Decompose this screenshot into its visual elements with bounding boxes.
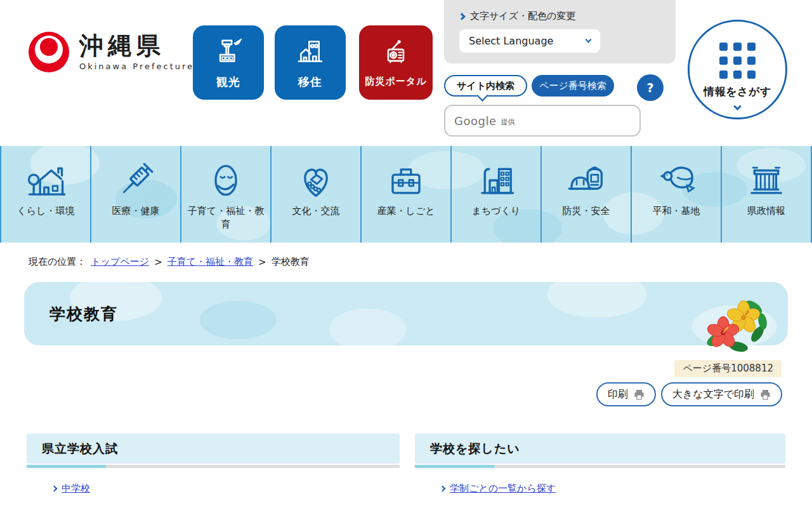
breadcrumb-link-top[interactable]: トップページ [91, 256, 149, 268]
nav-item-prefectural-info[interactable]: 県政情報 [721, 146, 812, 243]
section-header: 学校を探したい [415, 434, 785, 464]
radio-icon [381, 37, 411, 70]
site-search-tab[interactable]: サイト内検索 [444, 75, 527, 97]
question-mark-icon: ? [646, 81, 653, 95]
nav-item-medical-health[interactable]: 医療・健康 [90, 146, 180, 243]
section-link-list: 学制ごとの一覧から探す 種別から探す [415, 483, 785, 508]
page-number-badge: ページ番号1008812 [674, 360, 782, 377]
page: 沖縄県 Okinawa Prefecture 観光 [0, 0, 812, 508]
nav-item-culture-exchange[interactable]: 文化・交流 [270, 146, 360, 243]
printer-icon [760, 389, 771, 400]
disaster-portal-button[interactable]: 防災ポータル [359, 25, 433, 100]
page-title-banner: 学校教育 [24, 282, 788, 345]
nav-item-childcare-welfare-education[interactable]: 子育て・福祉・教育 [180, 146, 270, 243]
site-subtitle: Okinawa Prefecture [79, 62, 194, 71]
section-header: 県立学校入試 [27, 434, 400, 464]
help-button[interactable]: ? [637, 74, 664, 101]
list-item: 学制ごとの一覧から探す [440, 483, 785, 495]
chevron-right-icon [440, 486, 446, 492]
link-by-school-system[interactable]: 学制ごとの一覧から探す [450, 483, 556, 495]
government-building-icon [747, 160, 786, 201]
breadcrumb-link-childcare[interactable]: 子育て・福祉・教育 [167, 256, 253, 268]
text-size-color-link[interactable]: 文字サイズ・配色の変更 [459, 10, 676, 22]
migration-button-label: 移住 [298, 74, 322, 90]
chevron-down-icon [586, 37, 592, 43]
chevron-right-icon [51, 486, 58, 492]
hibiscus-flowers-icon [702, 297, 768, 356]
grid-menu-icon [719, 43, 756, 79]
find-info-button[interactable]: 情報をさがす [688, 20, 787, 119]
page-number-search-tab[interactable]: ページ番号検索 [532, 75, 614, 97]
okinawa-symbol-icon [29, 32, 69, 72]
chevron-right-icon [458, 13, 465, 20]
baby-icon [206, 160, 246, 201]
print-button[interactable]: 印刷 [596, 382, 656, 406]
find-info-label: 情報をさがす [704, 84, 771, 99]
section-link-list: 中学校 高等学校 [27, 483, 400, 508]
print-large-button[interactable]: 大きな文字で印刷 [661, 382, 782, 406]
handshake-heart-icon [296, 160, 336, 201]
page-title: 学校教育 [49, 304, 118, 324]
section-title: 学校を探したい [430, 441, 520, 457]
site-header: 沖縄県 Okinawa Prefecture 観光 [0, 0, 812, 146]
tourism-button-label: 観光 [216, 74, 240, 90]
house-building-icon [295, 36, 325, 69]
buildings-icon [476, 160, 516, 201]
breadcrumb-prefix: 現在の位置： [29, 256, 86, 268]
breadcrumb-current: 学校教育 [272, 256, 310, 268]
google-logo: Google [454, 114, 496, 128]
house-tree-icon [26, 160, 65, 201]
briefcase-icon [386, 160, 426, 201]
site-search-input[interactable]: Google 提供 [444, 105, 641, 137]
site-title: 沖縄県 [79, 33, 194, 60]
nav-item-industry-work[interactable]: 産業・しごと [360, 146, 450, 243]
dove-icon [657, 160, 696, 201]
section-find-school: 学校を探したい 学制ごとの一覧から探す 種別から探す [415, 434, 785, 508]
printer-icon [634, 389, 645, 400]
link-junior-high[interactable]: 中学校 [62, 483, 90, 495]
chevron-down-icon [733, 102, 742, 110]
section-divider [415, 465, 785, 468]
breadcrumb: 現在の位置： トップページ > 子育て・福祉・教育 > 学校教育 [0, 243, 812, 268]
section-entrance-exams: 県立学校入試 中学校 高等学校 [27, 434, 400, 508]
list-item: 中学校 [52, 483, 400, 495]
disaster-portal-button-label: 防災ポータル [365, 76, 426, 88]
okinawa-logo[interactable]: 沖縄県 Okinawa Prefecture [29, 32, 194, 72]
nav-item-town-planning[interactable]: まちづくり [450, 146, 540, 243]
settings-panel: 文字サイズ・配色の変更 Select Language [444, 0, 676, 64]
nav-item-peace-base[interactable]: 平和・基地 [631, 146, 721, 243]
tourism-button[interactable]: 観光 [193, 25, 264, 100]
nav-item-living-environment[interactable]: くらし・環境 [0, 146, 90, 243]
main-navigation: くらし・環境 医療・健康 [0, 146, 812, 243]
syringe-icon [116, 160, 155, 201]
airport-tower-icon [213, 36, 244, 69]
section-divider [27, 465, 400, 468]
section-title: 県立学校入試 [42, 441, 118, 457]
language-select[interactable]: Select Language [459, 29, 600, 53]
migration-button[interactable]: 移住 [275, 25, 346, 100]
helmet-backpack-icon [566, 160, 606, 201]
nav-item-disaster-safety[interactable]: 防災・安全 [540, 146, 631, 243]
